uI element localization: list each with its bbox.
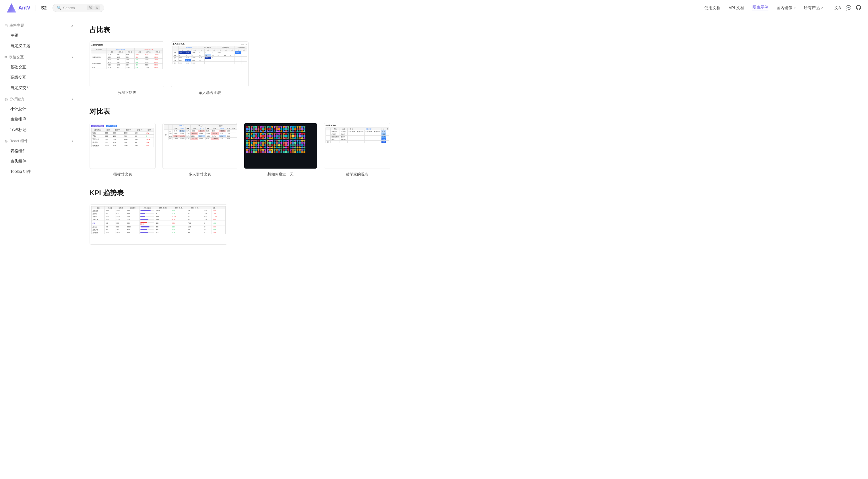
preview-metric: 主落成交情况 周环比差值 服装类别全部搜索UV搜索UV点击UV金额 女装2005…: [90, 123, 156, 169]
preview-dots: // Generate dots programmatically via sc…: [244, 123, 317, 169]
header: AntV S2 🔍 Search ⌘ K 使用文档 API 文档 图表示例 国内…: [0, 0, 868, 16]
chevron-up-theme: ∧: [71, 24, 73, 27]
gallery-item-fenqun[interactable]: 人群网络分析 客人类型 中华电商人数 管理电商人数 一月份: [90, 41, 164, 95]
section-header-theme[interactable]: ⊞ 表格主题 ∧: [0, 21, 78, 30]
label-multi: 多人群对比表: [189, 172, 211, 177]
nav-api[interactable]: API 文档: [728, 5, 744, 11]
sidebar-item-header-component[interactable]: 表头组件: [0, 156, 78, 167]
header-nav: 使用文档 API 文档 图表示例 国内镜像 ↗ 所有产品 ▽ 文A 💬: [704, 5, 861, 11]
gallery-kpi: 指标 目标量 当前量 年完成率 年目标差值 2021-01-01 2020-01…: [90, 205, 857, 245]
section-title-zhanbi: 占比表: [90, 25, 857, 34]
analysis-icon: ◎: [5, 97, 8, 101]
nav-mirror[interactable]: 国内镜像 ↗: [776, 5, 796, 11]
k-key: K: [94, 5, 100, 10]
section-title-analysis: ◎ 分析能力: [5, 96, 24, 102]
search-icon: 🔍: [57, 6, 61, 10]
chevron-up-analysis: ∧: [71, 98, 73, 101]
sidebar-section-interact: ⧉ 表格交互 ∧ 基础交互 高级交互 自定义交互: [0, 52, 78, 93]
section-header-interact[interactable]: ⧉ 表格交互 ∧: [0, 52, 78, 62]
label-metric: 指标对比表: [113, 172, 132, 177]
preview-danren: 单人群占比表 14天下午 二月份时间 三月份时间 24月份时间 三月份时间: [171, 41, 249, 87]
sidebar-section-theme: ⊞ 表格主题 ∧ 主题 自定义主题: [0, 21, 78, 51]
nav-docs[interactable]: 使用文档: [704, 5, 720, 11]
preview-fenqun: 人群网络分析 客人类型 中华电商人数 管理电商人数 一月份: [90, 41, 164, 87]
table-theme-icon: ⊞: [5, 24, 8, 28]
sidebar-item-field-mark[interactable]: 字段标记: [0, 125, 78, 135]
sidebar-item-custom-interact[interactable]: 自定义交互: [0, 83, 78, 93]
sidebar-item-advanced-interact[interactable]: 高级交互: [0, 72, 78, 83]
chevron-up-interact: ∧: [71, 56, 73, 59]
section-header-react[interactable]: ⊕ React 组件 ∧: [0, 136, 78, 146]
header-icons: 文A 💬: [834, 5, 861, 11]
sidebar: ⊞ 表格主题 ∧ 主题 自定义主题 ⧉ 表格交互 ∧ 基础交互 高级交互: [0, 16, 78, 479]
gallery-item-kpi[interactable]: 指标 目标量 当前量 年完成率 年目标差值 2021-01-01 2020-01…: [90, 205, 227, 245]
logo-area: AntV S2: [7, 3, 47, 12]
gallery-item-multi[interactable]: 1A人 ∨ 1A人 ∨ 搜索 ∨ 3A人 ∨ 3A人 ∨ 一份|A人∨搜索 一份…: [162, 123, 237, 177]
nav-products[interactable]: 所有产品 ▽: [804, 5, 823, 11]
section-items-analysis: 小计总计 表格排序 字段标记: [0, 104, 78, 135]
gallery-zhanbi: 人群网络分析 客人类型 中华电商人数 管理电商人数 一月份: [90, 41, 857, 95]
sidebar-item-subtotal[interactable]: 小计总计: [0, 104, 78, 114]
sidebar-item-tooltip-component[interactable]: Tooltip 组件: [0, 167, 78, 177]
section-title-interact: ⧉ 表格交互: [5, 55, 24, 60]
label-danren: 单人群占比表: [198, 90, 221, 95]
section-items-interact: 基础交互 高级交互 自定义交互: [0, 62, 78, 93]
sidebar-item-table-component[interactable]: 表格组件: [0, 146, 78, 156]
main-content: 占比表 人群网络分析 客人类型 中华电商人数 管理电商人数: [78, 16, 868, 479]
preview-kpi: 指标 目标量 当前量 年完成率 年目标差值 2021-01-01 2020-01…: [90, 205, 227, 245]
section-title-react: ⊕ React 组件: [5, 139, 28, 144]
chevron-up-react: ∧: [71, 140, 73, 143]
gallery-duibi: 主落成交情况 周环比差值 服装类别全部搜索UV搜索UV点击UV金额 女装2005…: [90, 123, 857, 177]
search-placeholder: Search: [63, 6, 75, 10]
label-fenqun: 分群下钻表: [118, 90, 136, 95]
logo-text: AntV: [19, 5, 30, 11]
interact-icon: ⧉: [5, 55, 7, 59]
cmd-key: ⌘: [87, 5, 94, 10]
gallery-item-philosopher[interactable]: 哲学家的观点 名称内容备注 比较内容 AB: [324, 123, 390, 177]
react-icon: ⊕: [5, 139, 8, 143]
gallery-item-dots[interactable]: // Generate dots programmatically via sc…: [244, 123, 317, 177]
section-header-analysis[interactable]: ◎ 分析能力 ∧: [0, 94, 78, 104]
section-title-kpi: KPI 趋势表: [90, 188, 857, 198]
sidebar-section-react: ⊕ React 组件 ∧ 表格组件 表头组件 Tooltip 组件: [0, 136, 78, 177]
nav-examples[interactable]: 图表示例: [752, 5, 768, 11]
preview-multi: 1A人 ∨ 1A人 ∨ 搜索 ∨ 3A人 ∨ 3A人 ∨ 一份|A人∨搜索 一份…: [162, 123, 237, 169]
preview-philosopher: 哲学家的观点 名称内容备注 比较内容 AB: [324, 123, 390, 169]
sidebar-item-theme[interactable]: 主题: [0, 30, 78, 41]
section-items-theme: 主题 自定义主题: [0, 30, 78, 51]
search-kbd: ⌘ K: [87, 5, 100, 10]
product-label: S2: [41, 5, 47, 11]
gallery-item-danren[interactable]: 单人群占比表 14天下午 二月份时间 三月份时间 24月份时间 三月份时间: [171, 41, 249, 95]
language-icon[interactable]: 文A: [834, 5, 841, 11]
antv-logo-triangle: [7, 3, 16, 12]
search-bar[interactable]: 🔍 Search ⌘ K: [53, 4, 104, 12]
section-title-theme: ⊞ 表格主题: [5, 23, 24, 28]
gallery-item-metric[interactable]: 主落成交情况 周环比差值 服装类别全部搜索UV搜索UV点击UV金额 女装2005…: [90, 123, 156, 177]
label-philosopher: 哲学家的观点: [346, 172, 368, 177]
label-dots: 想如何度过一天: [268, 172, 293, 177]
wechat-icon[interactable]: 💬: [846, 5, 851, 11]
section-title-duibi: 对比表: [90, 107, 857, 116]
sidebar-section-analysis: ◎ 分析能力 ∧ 小计总计 表格排序 字段标记: [0, 94, 78, 135]
sidebar-item-basic-interact[interactable]: 基础交互: [0, 62, 78, 72]
github-icon[interactable]: [856, 5, 861, 11]
section-items-react: 表格组件 表头组件 Tooltip 组件: [0, 146, 78, 177]
sidebar-item-sort[interactable]: 表格排序: [0, 114, 78, 125]
sidebar-item-custom-theme[interactable]: 自定义主题: [0, 41, 78, 51]
page-layout: ⊞ 表格主题 ∧ 主题 自定义主题 ⧉ 表格交互 ∧ 基础交互 高级交互: [0, 16, 868, 479]
